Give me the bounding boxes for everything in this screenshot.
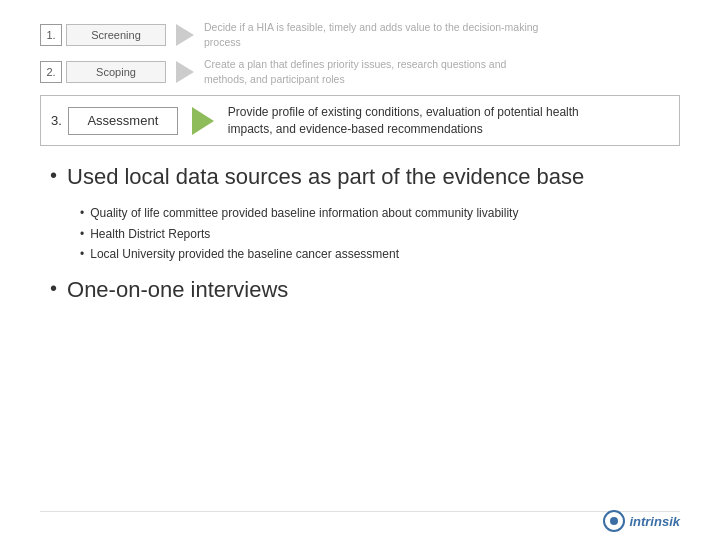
step-row-scoping: 2. Scoping Create a plan that defines pr… [40, 57, 680, 86]
step-row-screening: 1. Screening Decide if a HIA is feasible… [40, 20, 680, 49]
step-row-assessment: 3. Assessment Provide profile of existin… [40, 95, 680, 147]
sub-bullet-1: • Quality of life committee provided bas… [80, 205, 670, 222]
bullet-dot-1: • [50, 164, 57, 186]
arrow-screening [176, 24, 194, 46]
sub-bullet-dot-2: • [80, 226, 84, 243]
arrow-assessment [192, 107, 214, 135]
logo-text: intrinsik [629, 514, 680, 529]
logo-icon [603, 510, 625, 532]
step-number-2: 2. [40, 61, 62, 83]
step-label-screening: Screening [66, 24, 166, 46]
sub-bullet-3: • Local University provided the baseline… [80, 246, 670, 263]
sub-bullets-1: • Quality of life committee provided bas… [80, 205, 670, 263]
step-number-1: 1. [40, 24, 62, 46]
step-label-assessment: Assessment [68, 107, 178, 135]
sub-bullet-2: • Health District Reports [80, 226, 670, 243]
step-desc-screening: Decide if a HIA is feasible, timely and … [204, 20, 544, 49]
logo-area: intrinsik [603, 510, 680, 532]
main-content: 1. Screening Decide if a HIA is feasible… [0, 0, 720, 338]
main-bullet-text-1: Used local data sources as part of the e… [67, 164, 584, 190]
sub-bullet-dot-3: • [80, 246, 84, 263]
sub-bullet-dot-1: • [80, 205, 84, 222]
bullet-dot-2: • [50, 277, 57, 299]
step-desc-assessment: Provide profile of existing conditions, … [228, 104, 608, 138]
step-number-3: 3. [51, 113, 62, 128]
steps-area: 1. Screening Decide if a HIA is feasible… [40, 20, 680, 146]
step-label-scoping: Scoping [66, 61, 166, 83]
main-bullet-text-2: One-on-one interviews [67, 277, 288, 303]
bottom-bar [40, 511, 680, 513]
step-desc-scoping: Create a plan that defines priority issu… [204, 57, 544, 86]
main-bullet-2: • One-on-one interviews [50, 277, 670, 303]
bullet-section: • Used local data sources as part of the… [40, 164, 680, 303]
main-bullet-1: • Used local data sources as part of the… [50, 164, 670, 190]
arrow-scoping [176, 61, 194, 83]
